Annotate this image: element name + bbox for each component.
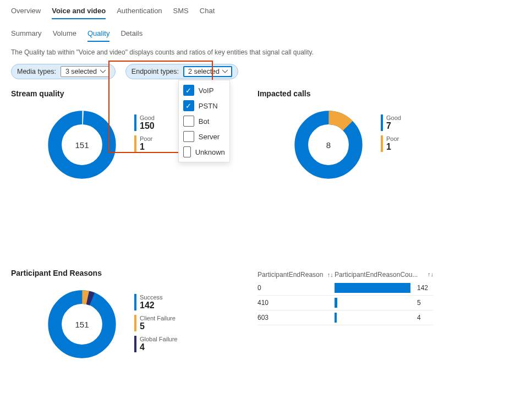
column-header-count[interactable]: ParticipantEndReasonCou... ↑↓ — [335, 271, 434, 279]
media-types-filter[interactable]: Media types: 3 selected — [11, 64, 116, 79]
tab-description: The Quality tab within "Voice and video"… — [0, 42, 515, 64]
media-types-dropdown[interactable]: 3 selected — [61, 66, 109, 77]
end-reasons-table-panel: ParticipantEndReason ↑↓ ParticipantEndRe… — [258, 269, 504, 360]
donut-total: 151 — [75, 320, 89, 329]
donut-total: 8 — [326, 140, 331, 150]
subtab-quality[interactable]: Quality — [87, 27, 109, 42]
endpoint-option-bot[interactable]: Bot — [179, 113, 229, 129]
legend-value: 142 — [140, 301, 177, 310]
bar — [335, 283, 410, 293]
media-types-label: Media types: — [17, 68, 56, 75]
legend: Success 142 Client Failure 5 Global Fail… — [134, 294, 177, 352]
impacted-calls-panel: Impacted calls 8 Good 7 Poor 1 — [258, 89, 504, 181]
main-tabs: Overview Voice and video Authentication … — [0, 0, 515, 19]
endpoint-option-pstn[interactable]: PSTN — [179, 98, 229, 113]
endpoint-option-unknown[interactable]: Unknown — [179, 144, 229, 160]
legend: Good 7 Poor 1 — [381, 114, 401, 152]
tab-voice-video[interactable]: Voice and video — [52, 4, 106, 19]
endpoint-types-menu: VoIP PSTN Bot Server Unknown — [178, 80, 230, 162]
tab-sms[interactable]: SMS — [173, 4, 189, 19]
endpoint-option-server[interactable]: Server — [179, 129, 229, 144]
end-reasons-panel: Participant End Reasons 151 Success 142 … — [11, 269, 258, 360]
column-header-reason[interactable]: ParticipantEndReason ↑↓ — [258, 271, 335, 279]
subtab-details[interactable]: Details — [120, 27, 143, 42]
legend-label: Good — [140, 114, 155, 121]
table-row[interactable]: 603 4 — [258, 310, 434, 325]
legend-label: Poor — [386, 135, 401, 142]
charts-area: Stream quality 151 Good 150 Poor 1 — [0, 89, 515, 420]
legend-label: Client Failure — [140, 315, 177, 321]
sort-icon[interactable]: ↑↓ — [327, 271, 333, 278]
chevron-down-icon — [222, 70, 228, 73]
bar — [335, 313, 410, 323]
impacted-calls-donut: 8 — [293, 109, 364, 181]
table-header: ParticipantEndReason ↑↓ ParticipantEndRe… — [258, 269, 434, 281]
table-row[interactable]: 410 5 — [258, 296, 434, 310]
legend-label: Poor — [140, 135, 155, 142]
filter-row: Media types: 3 selected Endpoint types: … — [0, 64, 515, 89]
legend-label: Good — [386, 114, 401, 121]
endpoint-types-filter[interactable]: Endpoint types: 2 selected — [125, 64, 238, 79]
chevron-down-icon — [100, 70, 106, 73]
table-row[interactable]: 0 142 — [258, 281, 434, 296]
end-reasons-table: ParticipantEndReason ↑↓ ParticipantEndRe… — [258, 269, 434, 325]
checkbox-icon — [183, 85, 194, 96]
subtab-volume[interactable]: Volume — [53, 27, 76, 42]
donut-total: 151 — [75, 140, 89, 150]
panel-title: Participant End Reasons — [11, 269, 258, 277]
legend: Good 150 Poor 1 — [134, 114, 155, 152]
tab-chat[interactable]: Chat — [200, 4, 215, 19]
legend-value: 1 — [386, 142, 401, 152]
sort-icon[interactable]: ↑↓ — [428, 271, 434, 279]
sub-tabs: Summary Volume Quality Details — [0, 19, 515, 42]
tab-authentication[interactable]: Authentication — [117, 4, 162, 19]
endpoint-option-voip[interactable]: VoIP — [179, 83, 229, 98]
legend-label: Success — [140, 294, 177, 301]
subtab-summary[interactable]: Summary — [11, 27, 42, 42]
checkbox-icon — [183, 146, 191, 157]
legend-value: 1 — [140, 142, 155, 152]
checkbox-icon — [183, 116, 194, 127]
panel-title: Impacted calls — [258, 89, 504, 98]
tab-overview[interactable]: Overview — [11, 4, 41, 19]
legend-value: 7 — [386, 121, 401, 131]
checkbox-icon — [183, 100, 194, 111]
bar — [335, 298, 410, 308]
legend-label: Global Failure — [140, 336, 177, 342]
endpoint-types-dropdown[interactable]: 2 selected — [183, 66, 232, 77]
legend-value: 5 — [140, 321, 177, 331]
endpoint-types-label: Endpoint types: — [132, 68, 179, 75]
legend-value: 4 — [140, 342, 177, 352]
checkbox-icon — [183, 131, 194, 142]
stream-quality-donut: 151 — [46, 109, 118, 181]
legend-value: 150 — [140, 121, 155, 131]
end-reasons-donut: 151 — [46, 288, 118, 360]
